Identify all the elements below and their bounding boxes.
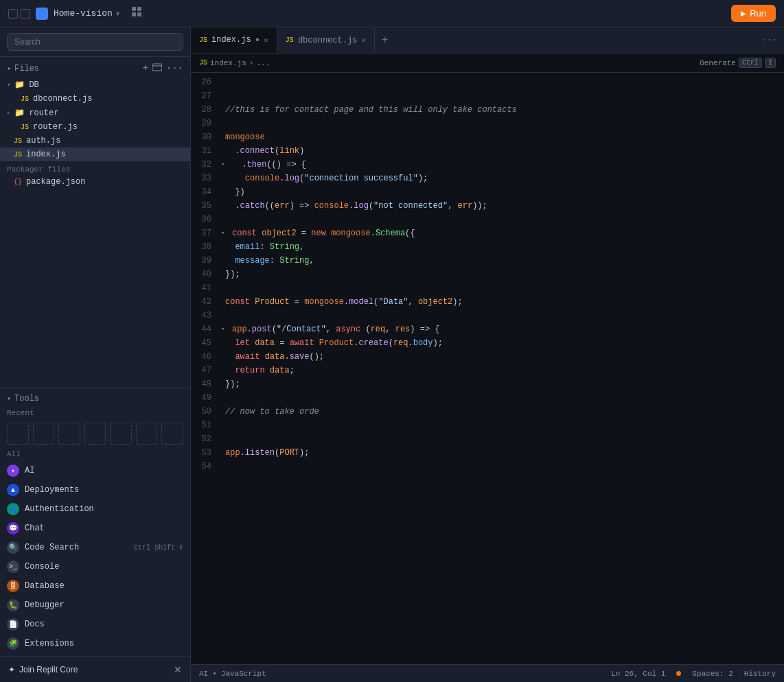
code-editor[interactable]: 2627282930313233343536373839404142434445… bbox=[191, 73, 784, 664]
code-line bbox=[218, 391, 784, 405]
code-token: ); bbox=[433, 338, 443, 348]
code-line bbox=[218, 432, 784, 446]
status-dot bbox=[676, 671, 681, 676]
line-number: 47 bbox=[191, 364, 218, 377]
join-label: Join Replit Core bbox=[19, 665, 78, 674]
code-token: "not connected" bbox=[373, 201, 448, 211]
tool-ai[interactable]: ✦ AI bbox=[0, 461, 190, 480]
tool-code-search[interactable]: 🔍 Code Search Ctrl Shift F bbox=[0, 538, 190, 557]
tool-deployments[interactable]: ▲ Deployments bbox=[0, 480, 190, 499]
file-package-json[interactable]: {} package.json bbox=[0, 175, 190, 189]
code-token: = bbox=[275, 338, 290, 348]
fold-arrow-icon[interactable]: ▾ bbox=[221, 158, 224, 172]
code-token: body bbox=[413, 338, 433, 348]
window-control-1[interactable] bbox=[8, 9, 18, 19]
close-button[interactable]: ✕ bbox=[174, 664, 182, 675]
tab-index-js-close[interactable]: ✕ bbox=[264, 36, 268, 45]
fold-arrow-icon[interactable]: ▾ bbox=[221, 226, 224, 240]
code-line bbox=[218, 89, 784, 103]
code-token: ({ bbox=[405, 228, 415, 238]
line-number: 33 bbox=[191, 172, 218, 185]
code-token bbox=[265, 366, 270, 375]
tool-authentication[interactable]: 👤 Authentication bbox=[0, 499, 190, 519]
spaces-label: Spaces: 2 bbox=[692, 670, 733, 678]
folder-router-label: router bbox=[29, 108, 58, 118]
fold-arrow-icon[interactable]: ▾ bbox=[221, 322, 224, 336]
file-package-label: package.json bbox=[26, 177, 85, 187]
tool-database[interactable]: 🗄 Database bbox=[0, 576, 190, 596]
code-token: err bbox=[458, 201, 473, 211]
tool-chat-label: Chat bbox=[25, 524, 45, 533]
code-line: await data.save(); bbox=[218, 350, 784, 364]
js-tab-icon: JS bbox=[199, 36, 207, 44]
code-token bbox=[225, 338, 235, 348]
code-token: ( bbox=[272, 325, 277, 334]
code-line: }); bbox=[218, 377, 784, 391]
tool-chat[interactable]: 💬 Chat bbox=[0, 519, 190, 538]
star-icon: ✦ bbox=[8, 665, 15, 674]
code-token: object2 bbox=[262, 228, 296, 238]
code-line bbox=[218, 281, 784, 295]
file-router-js[interactable]: JS router.js bbox=[7, 120, 190, 134]
window-controls bbox=[8, 9, 30, 19]
tools-header[interactable]: ▾ Tools bbox=[0, 391, 190, 406]
line-number: 41 bbox=[191, 281, 218, 295]
code-token: connect bbox=[240, 146, 275, 156]
recent-icon-1 bbox=[7, 423, 29, 445]
line-number: 32 bbox=[191, 158, 218, 172]
code-line bbox=[218, 117, 784, 130]
code-line bbox=[218, 213, 784, 226]
code-token: Product bbox=[319, 338, 354, 348]
search-input[interactable] bbox=[7, 33, 183, 51]
folder-db[interactable]: ▾ 📁 DB bbox=[0, 78, 190, 92]
tab-add-button[interactable]: + bbox=[375, 34, 395, 47]
code-token: email bbox=[235, 242, 260, 252]
recent-icon-7 bbox=[161, 423, 183, 445]
js-icon: JS bbox=[21, 95, 29, 103]
join-replit-core-button[interactable]: ✦ Join Replit Core bbox=[8, 665, 78, 674]
code-line bbox=[218, 75, 784, 89]
new-folder-icon[interactable] bbox=[152, 62, 162, 75]
code-token: . bbox=[225, 146, 240, 156]
files-section-header[interactable]: ▾ Files + ··· bbox=[0, 60, 190, 78]
tab-more-button[interactable]: ··· bbox=[754, 35, 784, 45]
tool-extensions[interactable]: 🧩 Extensions bbox=[0, 634, 190, 653]
file-index-js[interactable]: JS index.js bbox=[0, 148, 190, 161]
recent-icons bbox=[0, 420, 190, 447]
tab-dbconnect-js-close[interactable]: ✕ bbox=[361, 36, 366, 45]
code-token: ); bbox=[299, 448, 309, 458]
code-token: data bbox=[265, 352, 285, 362]
code-token: . bbox=[232, 160, 247, 169]
line-number: 34 bbox=[191, 185, 218, 199]
topbar-title[interactable]: Home-vision ▾ bbox=[54, 8, 121, 19]
tool-docs[interactable]: 📄 Docs bbox=[0, 615, 190, 634]
more-options-icon[interactable]: ··· bbox=[166, 62, 183, 75]
code-token: String bbox=[270, 242, 299, 252]
tool-debugger[interactable]: 🐛 Debugger bbox=[0, 596, 190, 615]
file-dbconnect-js[interactable]: JS dbconnect.js bbox=[7, 92, 190, 106]
grid-icon bbox=[132, 7, 143, 21]
code-token: create bbox=[358, 338, 388, 348]
code-token bbox=[225, 174, 245, 183]
file-auth-js[interactable]: JS auth.js bbox=[0, 134, 190, 148]
folder-router-children: JS router.js bbox=[0, 120, 190, 134]
code-token: model bbox=[349, 297, 373, 307]
generate-button[interactable]: Generate Ctrl I bbox=[700, 58, 776, 68]
window-control-2[interactable] bbox=[21, 9, 30, 19]
code-token: ( bbox=[360, 325, 370, 334]
run-button[interactable]: Run bbox=[731, 5, 776, 22]
line-number: 51 bbox=[191, 419, 218, 432]
folder-icon: 📁 bbox=[14, 108, 25, 118]
folder-router[interactable]: ▸ 📁 router bbox=[0, 106, 190, 120]
code-token: = bbox=[290, 297, 305, 307]
history-label[interactable]: History bbox=[744, 670, 776, 678]
code-content[interactable]: //this is for contact page and this will… bbox=[218, 73, 784, 664]
tool-console[interactable]: >_ Console bbox=[0, 557, 190, 576]
code-token: data bbox=[255, 338, 275, 348]
tab-bar: JS index.js ● ✕ JS dbconnect.js ✕ + ··· bbox=[191, 27, 784, 54]
code-token: . bbox=[344, 297, 349, 307]
code-line: //this is for contact page and this will… bbox=[218, 103, 784, 117]
tab-index-js[interactable]: JS index.js ● ✕ bbox=[191, 27, 277, 53]
new-file-icon[interactable]: + bbox=[142, 62, 148, 75]
tab-dbconnect-js[interactable]: JS dbconnect.js ✕ bbox=[277, 27, 375, 53]
